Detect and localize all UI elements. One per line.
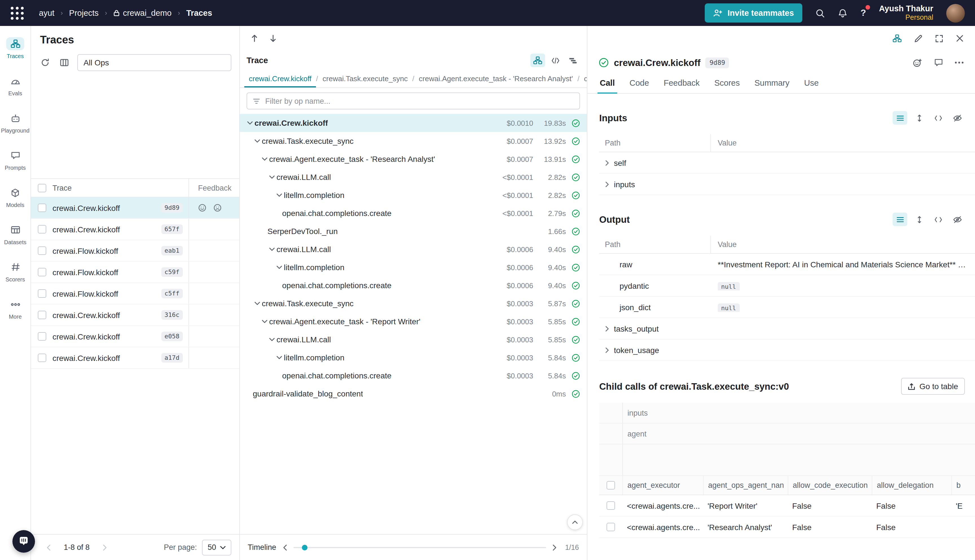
child-call-row[interactable]: <crewai.agents.cre...'Research Analyst'F… bbox=[599, 517, 975, 538]
user-menu[interactable]: Ayush Thakur Personal bbox=[879, 4, 933, 22]
trace-table-row[interactable]: crewai.Crew.kickoff316c bbox=[31, 305, 239, 326]
caret-down-icon[interactable] bbox=[245, 121, 254, 125]
trace-tree-row[interactable]: crewai.LLM.call<$0.00012.82s bbox=[240, 168, 587, 186]
caret-down-icon[interactable] bbox=[260, 320, 269, 323]
trace-tree-row[interactable]: crewai.Task.execute_sync$0.000713.92s bbox=[240, 132, 587, 150]
timeline-slider-handle[interactable] bbox=[302, 545, 307, 550]
caret-down-icon[interactable] bbox=[253, 139, 262, 143]
expand-row-toggle[interactable]: token_usage bbox=[599, 345, 711, 355]
trace-op-name[interactable]: crewai.Crew.kickoff bbox=[52, 203, 120, 212]
row-checkbox[interactable] bbox=[31, 219, 52, 240]
code-json-icon[interactable] bbox=[931, 213, 946, 226]
trace-tree-row[interactable]: litellm.completion<$0.00012.82s bbox=[240, 186, 587, 204]
row-checkbox[interactable] bbox=[31, 305, 52, 325]
invite-teammates-button[interactable]: Invite teammates bbox=[705, 3, 802, 23]
caret-down-icon[interactable] bbox=[253, 302, 262, 305]
op-filter-box[interactable] bbox=[247, 92, 580, 109]
help-icon[interactable]: ? bbox=[860, 8, 866, 18]
trace-op-name[interactable]: crewai.Flow.kickoff bbox=[52, 268, 118, 277]
close-icon[interactable] bbox=[956, 34, 964, 42]
kv-row[interactable]: inputs bbox=[599, 174, 975, 195]
list-view-icon[interactable] bbox=[893, 213, 907, 226]
caret-down-icon[interactable] bbox=[267, 175, 277, 179]
tree-view-icon[interactable] bbox=[530, 53, 545, 67]
kv-row[interactable]: pydanticnull bbox=[599, 275, 975, 297]
row-checkbox[interactable] bbox=[31, 326, 52, 347]
column-header[interactable]: allow_code_execution bbox=[788, 476, 872, 495]
thumbs-up-smiley-icon[interactable] bbox=[198, 203, 207, 212]
caret-down-icon[interactable] bbox=[260, 157, 269, 161]
prev-page-icon[interactable] bbox=[42, 544, 55, 551]
trace-table-row[interactable]: crewai.Flow.kickoffeab1 bbox=[31, 240, 239, 262]
row-checkbox[interactable] bbox=[599, 495, 622, 516]
row-checkbox[interactable] bbox=[31, 347, 52, 368]
trace-table-row[interactable]: crewai.Crew.kickoff9d89 bbox=[31, 197, 239, 219]
row-checkbox[interactable] bbox=[31, 197, 52, 218]
tab-feedback[interactable]: Feedback bbox=[656, 72, 707, 93]
row-checkbox[interactable] bbox=[31, 240, 52, 261]
nav-item-evals[interactable]: Evals bbox=[0, 70, 30, 107]
trace-table-row[interactable]: crewai.Crew.kickoff657f bbox=[31, 219, 239, 240]
previous-call-arrow-up-icon[interactable] bbox=[251, 34, 258, 42]
trace-op-name[interactable]: crewai.Flow.kickoff bbox=[52, 289, 118, 298]
trace-tree-row[interactable]: litellm.completion$0.00069.40s bbox=[240, 258, 587, 276]
nav-item-scorers[interactable]: Scorers bbox=[0, 256, 30, 293]
expand-row-toggle[interactable]: tasks_output bbox=[599, 324, 711, 333]
row-checkbox[interactable] bbox=[31, 262, 52, 283]
kv-row[interactable]: self bbox=[599, 152, 975, 174]
breadcrumb-projects[interactable]: Projects bbox=[69, 8, 99, 17]
tree-breadcrumb-item[interactable]: crewai.Agent.execute_task - 'Research An… bbox=[414, 70, 578, 87]
comment-icon[interactable] bbox=[934, 58, 943, 67]
timeline-next-icon[interactable] bbox=[553, 544, 557, 551]
trace-op-name[interactable]: crewai.Crew.kickoff bbox=[52, 353, 120, 362]
scroll-to-top-button[interactable] bbox=[567, 514, 583, 530]
hide-values-eye-icon[interactable] bbox=[950, 111, 965, 125]
trace-tree-row[interactable]: crewai.Crew.kickoff$0.001019.83s bbox=[240, 114, 587, 132]
nav-item-more[interactable]: More bbox=[0, 293, 30, 330]
kv-row[interactable]: token_usage bbox=[599, 340, 975, 361]
expand-row-toggle[interactable]: inputs bbox=[599, 180, 711, 188]
trace-op-name[interactable]: crewai.Crew.kickoff bbox=[52, 310, 120, 320]
go-to-table-button[interactable]: Go to table bbox=[901, 378, 965, 395]
support-chat-button[interactable] bbox=[12, 530, 35, 553]
column-settings-icon[interactable] bbox=[58, 57, 70, 69]
next-page-icon[interactable] bbox=[99, 544, 111, 551]
code-json-icon[interactable] bbox=[931, 111, 946, 125]
expand-rows-icon[interactable] bbox=[912, 213, 927, 226]
trace-tree-row[interactable]: SerperDevTool._run1.66s bbox=[240, 222, 587, 240]
trace-tree-row[interactable]: openai.chat.completions.create<$0.00012.… bbox=[240, 204, 587, 222]
caret-down-icon[interactable] bbox=[275, 193, 284, 197]
trace-table-row[interactable]: crewai.Flow.kickoffc5ff bbox=[31, 283, 239, 305]
split-view-icon[interactable] bbox=[893, 34, 902, 42]
edit-pencil-icon[interactable] bbox=[914, 34, 923, 43]
tab-use[interactable]: Use bbox=[797, 72, 826, 93]
tree-breadcrumb-item[interactable]: crewai.Task.execute_sync bbox=[318, 70, 412, 87]
tab-code[interactable]: Code bbox=[622, 72, 656, 93]
breadcrumb-project[interactable]: crewai_demo bbox=[114, 8, 172, 17]
kv-row[interactable]: json_dictnull bbox=[599, 297, 975, 318]
trace-op-name[interactable]: crewai.Crew.kickoff bbox=[52, 332, 120, 341]
trace-tree-row[interactable]: crewai.Task.execute_sync$0.00035.87s bbox=[240, 294, 587, 312]
column-header[interactable]: agent_ops_agent_nan bbox=[703, 476, 788, 495]
select-all-checkbox[interactable] bbox=[599, 476, 622, 495]
list-view-icon[interactable] bbox=[893, 111, 907, 125]
timeline-slider[interactable] bbox=[293, 547, 546, 548]
column-header[interactable]: allow_delegation bbox=[872, 476, 951, 495]
op-filter-input[interactable] bbox=[265, 97, 574, 105]
trace-tree-row[interactable]: guardrail-validate_blog_content0ms bbox=[240, 385, 587, 403]
tree-breadcrumb-item[interactable]: crewai.LLM.cal bbox=[579, 70, 587, 87]
avatar[interactable] bbox=[946, 4, 965, 22]
tree-breadcrumb-item[interactable]: crewai.Crew.kickoff bbox=[244, 70, 316, 87]
thumbs-down-frowny-icon[interactable] bbox=[213, 203, 222, 212]
ops-filter-select[interactable]: All Ops bbox=[77, 54, 231, 71]
notifications-bell-icon[interactable] bbox=[838, 8, 848, 18]
kv-row[interactable]: tasks_output bbox=[599, 318, 975, 340]
wandb-logo-icon[interactable] bbox=[10, 6, 24, 20]
caret-down-icon[interactable] bbox=[267, 248, 277, 251]
row-checkbox[interactable] bbox=[599, 517, 622, 537]
trace-op-name[interactable]: crewai.Flow.kickoff bbox=[52, 246, 118, 255]
nav-item-prompts[interactable]: Prompts bbox=[0, 144, 30, 182]
breadcrumb-entity[interactable]: ayut bbox=[39, 8, 55, 17]
tab-summary[interactable]: Summary bbox=[747, 72, 797, 93]
column-header[interactable]: agent_executor bbox=[622, 476, 703, 495]
